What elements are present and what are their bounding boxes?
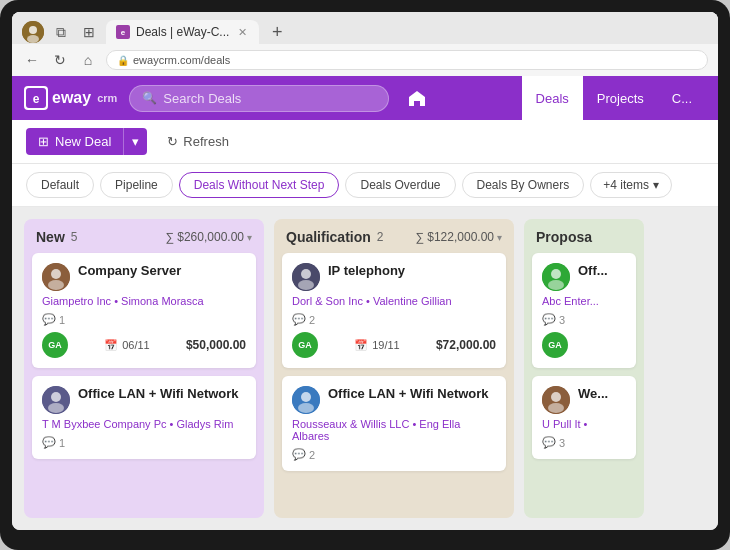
col-title-new: New	[36, 229, 65, 245]
col-sum-text-new: ∑ $260,000.00	[165, 230, 244, 244]
deal-card-6[interactable]: We... U Pull It • 💬 3	[532, 376, 636, 459]
card-badge-3: GA	[292, 332, 318, 358]
card-title-3: IP telephony	[328, 263, 405, 280]
card-comments-4: 💬 2	[292, 448, 496, 461]
filter-tab-without-next-step[interactable]: Deals Without Next Step	[179, 172, 340, 198]
logo: e eway crm	[24, 86, 117, 110]
col-sum-qualification: ∑ $122,000.00 ▾	[415, 230, 502, 244]
card-comments-6: 💬 3	[542, 436, 626, 449]
date-text-3: 19/11	[372, 339, 400, 351]
home-button[interactable]: ⌂	[78, 50, 98, 70]
deal-card-5[interactable]: Off... Abc Enter... 💬 3 GA	[532, 253, 636, 368]
nav-tab-projects[interactable]: Projects	[583, 76, 658, 120]
col-sum-chevron-qualification[interactable]: ▾	[497, 232, 502, 243]
deal-card-3[interactable]: IP telephony Dorl & Son Inc • Valentine …	[282, 253, 506, 368]
filter-more-label: +4 items	[603, 178, 649, 192]
card-footer-1: GA 📅 06/11 $50,000.00	[42, 332, 246, 358]
new-tab-button[interactable]: +	[265, 20, 289, 44]
card-avatar-5	[542, 263, 570, 291]
comment-count-5: 3	[559, 314, 565, 326]
col-title-qualification: Qualification	[286, 229, 371, 245]
card-avatar-3	[292, 263, 320, 291]
refresh-label: Refresh	[183, 134, 229, 149]
svg-point-15	[301, 392, 311, 402]
address-text: ewaycrm.com/deals	[133, 54, 230, 66]
svg-text:e: e	[33, 92, 40, 106]
card-avatar-4	[292, 386, 320, 414]
browser-profile-avatar[interactable]	[22, 21, 44, 43]
svg-point-13	[298, 280, 314, 290]
comment-icon-5: 💬	[542, 313, 556, 326]
card-amount-1: $50,000.00	[186, 338, 246, 352]
back-button[interactable]: ←	[22, 50, 42, 70]
svg-point-12	[301, 269, 311, 279]
tab-close-button[interactable]: ✕	[235, 25, 249, 39]
browser-extensions-icon[interactable]: ⧉	[50, 21, 72, 43]
search-box[interactable]: 🔍 Search Deals	[129, 85, 389, 112]
new-deal-label: New Deal	[55, 134, 111, 149]
nav-tab-deals[interactable]: Deals	[522, 76, 583, 120]
col-title-row-new: New 5	[36, 229, 77, 245]
comment-icon-3: 💬	[292, 313, 306, 326]
card-title-5: Off...	[578, 263, 608, 280]
filter-tab-overdue[interactable]: Deals Overdue	[345, 172, 455, 198]
new-deal-icon: ⊞	[38, 134, 49, 149]
kanban-column-qualification: Qualification 2 ∑ $122,000.00 ▾	[274, 219, 514, 518]
col-header-proposal: Proposa	[524, 219, 644, 253]
nav-home-button[interactable]	[401, 82, 433, 114]
card-footer-3: GA 📅 19/11 $72,000.00	[292, 332, 496, 358]
kanban-board: New 5 ∑ $260,000.00 ▾	[12, 207, 718, 530]
top-nav: e eway crm 🔍 Search Deals Deals	[12, 76, 718, 120]
card-title-1: Company Server	[78, 263, 181, 280]
address-input[interactable]: 🔒 ewaycrm.com/deals	[106, 50, 708, 70]
nav-tab-more[interactable]: C...	[658, 76, 706, 120]
browser-apps-icon[interactable]: ⊞	[78, 21, 100, 43]
new-deal-dropdown-arrow[interactable]: ▾	[123, 128, 147, 155]
new-deal-button[interactable]: ⊞ New Deal ▾	[26, 128, 147, 155]
card-header-2: Office LAN + Wifi Network	[42, 386, 246, 414]
deal-card-4[interactable]: Office LAN + Wifi Network Rousseaux & Wi…	[282, 376, 506, 471]
comment-count-6: 3	[559, 437, 565, 449]
card-subtitle-4: Rousseaux & Willis LLC • Eng Ella Albare…	[292, 418, 496, 442]
card-subtitle-3: Dorl & Son Inc • Valentine Gillian	[292, 295, 496, 307]
deal-card-1[interactable]: Company Server Giampetro Inc • Simona Mo…	[32, 253, 256, 368]
lock-icon: 🔒	[117, 55, 129, 66]
app-content: e eway crm 🔍 Search Deals Deals	[12, 76, 718, 530]
filter-more-chevron: ▾	[653, 178, 659, 192]
card-subtitle-1: Giampetro Inc • Simona Morasca	[42, 295, 246, 307]
browser-tab-active[interactable]: e Deals | eWay-C... ✕	[106, 20, 259, 44]
reload-button[interactable]: ↻	[50, 50, 70, 70]
card-header-6: We...	[542, 386, 626, 414]
filter-tab-pipeline[interactable]: Pipeline	[100, 172, 173, 198]
svg-point-6	[51, 269, 61, 279]
filter-tab-by-owners[interactable]: Deals By Owners	[462, 172, 585, 198]
search-icon: 🔍	[142, 91, 157, 105]
svg-point-10	[48, 403, 64, 413]
logo-icon: e	[24, 86, 48, 110]
card-avatar-1	[42, 263, 70, 291]
card-subtitle-5: Abc Enter...	[542, 295, 626, 307]
col-header-qualification: Qualification 2 ∑ $122,000.00 ▾	[274, 219, 514, 253]
col-count-new: 5	[71, 230, 78, 244]
logo-crm-text: crm	[97, 92, 117, 104]
filter-tab-default[interactable]: Default	[26, 172, 94, 198]
svg-point-7	[48, 280, 64, 290]
svg-point-9	[51, 392, 61, 402]
card-comments-1: 💬 1	[42, 313, 246, 326]
logo-eway-text: eway	[52, 89, 91, 107]
tab-bar: ⧉ ⊞ e Deals | eWay-C... ✕ +	[12, 12, 718, 44]
comment-icon-4: 💬	[292, 448, 306, 461]
filter-more-button[interactable]: +4 items ▾	[590, 172, 672, 198]
card-header-1: Company Server	[42, 263, 246, 291]
card-date-3: 📅 19/11	[354, 339, 400, 352]
col-title-row-proposal: Proposa	[536, 229, 592, 245]
search-placeholder: Search Deals	[163, 91, 241, 106]
refresh-button[interactable]: ↻ Refresh	[157, 129, 239, 154]
comment-count-1: 1	[59, 314, 65, 326]
tab-title: Deals | eWay-C...	[136, 25, 229, 39]
new-deal-main[interactable]: ⊞ New Deal	[26, 128, 123, 155]
deal-card-2[interactable]: Office LAN + Wifi Network T M Byxbee Com…	[32, 376, 256, 459]
card-avatar-6	[542, 386, 570, 414]
card-avatar-2	[42, 386, 70, 414]
col-sum-chevron-new[interactable]: ▾	[247, 232, 252, 243]
